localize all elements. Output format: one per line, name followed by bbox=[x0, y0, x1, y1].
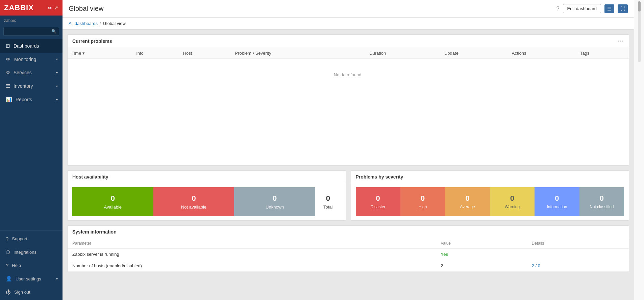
col-info: Info bbox=[132, 48, 179, 59]
high-block[interactable]: 0 High bbox=[400, 187, 445, 216]
value-hosts: 2 bbox=[436, 260, 527, 272]
not-classified-block[interactable]: 0 Not classified bbox=[579, 187, 624, 216]
col-time[interactable]: Time ▾ bbox=[68, 48, 132, 59]
search-area: 🔍 bbox=[0, 26, 63, 39]
available-label: Available bbox=[104, 204, 122, 210]
main-area: Global view ? Edit dashboard ☰ ⛶ All das… bbox=[63, 0, 634, 300]
chevron-down-icon: ▾ bbox=[56, 71, 58, 75]
expand-icon[interactable]: ⤢ bbox=[54, 5, 58, 10]
col-actions: Actions bbox=[508, 48, 576, 59]
breadcrumb-all-dashboards[interactable]: All dashboards bbox=[69, 21, 98, 26]
scrollbar-thumb[interactable] bbox=[638, 1, 641, 11]
fullscreen-button[interactable]: ⛶ bbox=[618, 4, 628, 13]
current-problems-header: Current problems ··· bbox=[68, 35, 629, 48]
logo-text: ZABBIX bbox=[4, 3, 34, 12]
available-block[interactable]: 0 Available bbox=[72, 187, 153, 216]
unknown-count: 0 bbox=[273, 194, 277, 203]
information-count: 0 bbox=[555, 194, 559, 203]
host-availability-panel: Host availability 0 Available 0 Not avai… bbox=[67, 170, 346, 221]
information-block[interactable]: 0 Information bbox=[535, 187, 579, 216]
help-icon: ? bbox=[6, 263, 8, 268]
list-view-button[interactable]: ☰ bbox=[604, 4, 614, 13]
sidebar-item-monitoring[interactable]: 👁 Monitoring ▾ bbox=[0, 53, 63, 66]
reports-icon: 📊 bbox=[6, 97, 12, 103]
help-question-icon[interactable]: ? bbox=[556, 6, 560, 12]
disaster-count: 0 bbox=[376, 194, 380, 203]
sidebar-item-support[interactable]: ? Support bbox=[0, 232, 63, 245]
problems-table: Time ▾ Info Host Problem • Severity Dura… bbox=[68, 48, 629, 91]
sidebar-item-label: Integrations bbox=[14, 250, 36, 255]
unknown-label: Unknown bbox=[266, 204, 284, 210]
sidebar-item-label: Support bbox=[12, 236, 27, 241]
dashboards-icon: ⊞ bbox=[6, 43, 10, 49]
system-information-header: System information bbox=[68, 226, 629, 238]
col-details: Details bbox=[527, 238, 629, 249]
not-available-block[interactable]: 0 Not available bbox=[153, 187, 234, 216]
sidebar-item-inventory[interactable]: ☰ Inventory ▾ bbox=[0, 79, 63, 93]
two-col-row: Host availability 0 Available 0 Not avai… bbox=[67, 170, 629, 221]
scrollbar-track[interactable] bbox=[638, 1, 641, 62]
col-host: Host bbox=[179, 48, 231, 59]
value-server-running: Yes bbox=[436, 249, 527, 260]
col-parameter: Parameter bbox=[68, 238, 436, 249]
sidebar-item-reports[interactable]: 📊 Reports ▾ bbox=[0, 93, 63, 106]
sidebar-item-sign-out[interactable]: ⏻ Sign out bbox=[0, 285, 63, 299]
sidebar-item-dashboards[interactable]: ⊞ Dashboards bbox=[0, 39, 63, 53]
warning-block[interactable]: 0 Warning bbox=[490, 187, 535, 216]
col-tags: Tags bbox=[576, 48, 629, 59]
no-data-message: No data found. bbox=[68, 59, 629, 91]
current-problems-panel: Current problems ··· Time ▾ Info Host Pr… bbox=[67, 34, 629, 166]
sidebar-item-user-settings[interactable]: 👤 User settings ▾ bbox=[0, 272, 63, 285]
details-hosts: 2 / 0 bbox=[527, 260, 629, 272]
disaster-label: Disaster bbox=[371, 204, 386, 209]
sidebar-bottom: ? Support ⬡ Integrations ? Help 👤 User s… bbox=[0, 230, 63, 300]
inventory-icon: ☰ bbox=[6, 83, 10, 89]
support-icon: ? bbox=[6, 236, 8, 242]
table-header-row: Time ▾ Info Host Problem • Severity Dura… bbox=[68, 48, 629, 59]
system-information-title: System information bbox=[72, 229, 117, 235]
chevron-down-icon: ▾ bbox=[56, 98, 58, 102]
sidebar-item-integrations[interactable]: ⬡ Integrations bbox=[0, 245, 63, 259]
breadcrumb-current: Global view bbox=[103, 21, 126, 26]
topbar-right: ? Edit dashboard ☰ ⛶ bbox=[556, 4, 628, 13]
problems-by-severity-header: Problems by severity bbox=[351, 171, 629, 183]
monitoring-icon: 👁 bbox=[6, 56, 11, 62]
problems-by-severity-title: Problems by severity bbox=[356, 174, 403, 180]
disaster-block[interactable]: 0 Disaster bbox=[356, 187, 400, 216]
services-icon: ⚙ bbox=[6, 70, 10, 76]
dashboard-content: Current problems ··· Time ▾ Info Host Pr… bbox=[63, 30, 634, 277]
warning-label: Warning bbox=[505, 204, 520, 209]
search-input[interactable] bbox=[3, 27, 59, 36]
sys-info-thead: Parameter Value Details bbox=[68, 238, 629, 249]
col-value: Value bbox=[436, 238, 527, 249]
sidebar-item-label: Dashboards bbox=[14, 43, 39, 49]
information-label: Information bbox=[547, 204, 567, 209]
average-count: 0 bbox=[465, 194, 469, 203]
unknown-block[interactable]: 0 Unknown bbox=[234, 187, 315, 216]
collapse-icon[interactable]: ≪ bbox=[47, 5, 52, 10]
username-label: zabbix bbox=[4, 18, 16, 23]
total-block: 0 Total bbox=[315, 187, 341, 216]
sidebar-item-label: Sign out bbox=[14, 290, 30, 295]
total-label: Total bbox=[323, 204, 332, 210]
panel-options-icon[interactable]: ··· bbox=[618, 38, 624, 44]
breadcrumb-separator: / bbox=[100, 21, 101, 26]
sidebar-item-label: Help bbox=[12, 263, 21, 268]
not-available-label: Not available bbox=[181, 204, 206, 210]
sidebar-item-label: Inventory bbox=[14, 83, 33, 89]
sidebar-item-services[interactable]: ⚙ Services ▾ bbox=[0, 66, 63, 79]
topbar: Global view ? Edit dashboard ☰ ⛶ bbox=[63, 0, 634, 18]
logo-area: ZABBIX ≪ ⤢ bbox=[0, 0, 63, 16]
current-problems-title: Current problems bbox=[72, 38, 112, 44]
chevron-down-icon: ▾ bbox=[56, 84, 58, 88]
edit-dashboard-button[interactable]: Edit dashboard bbox=[563, 4, 601, 13]
sidebar-item-label: Monitoring bbox=[14, 57, 36, 62]
sidebar-item-label: Services bbox=[14, 70, 32, 75]
average-block[interactable]: 0 Average bbox=[445, 187, 490, 216]
param-hosts: Number of hosts (enabled/disabled) bbox=[68, 260, 436, 272]
no-data-row: No data found. bbox=[68, 59, 629, 91]
not-classified-count: 0 bbox=[600, 194, 604, 203]
system-information-panel: System information Parameter Value Detai… bbox=[67, 225, 629, 272]
username-area: zabbix bbox=[0, 16, 63, 26]
sidebar-item-help[interactable]: ? Help bbox=[0, 259, 63, 272]
